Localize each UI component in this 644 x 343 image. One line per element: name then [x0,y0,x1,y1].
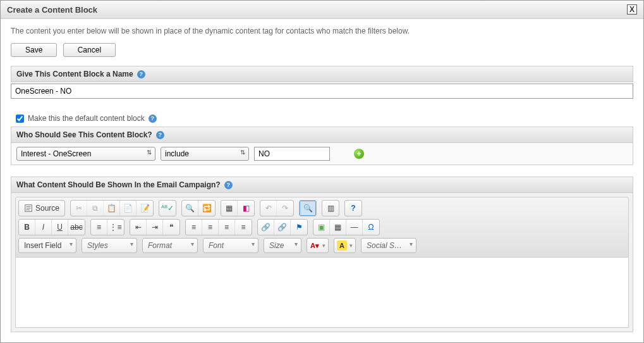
modal-header: Create a Content Block X [1,1,643,19]
templates-button[interactable]: ▥ [322,201,339,216]
tb-group-align: ≡ ≡ ≡ ≡ [185,219,252,235]
filter-value-input[interactable] [254,147,330,161]
align-justify-button[interactable]: ≡ [235,220,252,235]
chevron-down-icon: ▾ [349,242,353,249]
styles-combo[interactable]: Styles [82,238,137,253]
spacer [11,99,633,110]
numbered-list-button[interactable]: ≡ [91,220,107,235]
outdent-button[interactable]: ⇤ [130,220,147,235]
modal-create-content-block: Create a Content Block X The content you… [0,0,644,343]
source-label: Source [35,204,59,213]
paste-text-button[interactable]: 📄 [120,201,137,216]
editor-content-area[interactable] [15,258,629,328]
bg-color-combo[interactable]: A▾ [334,238,356,253]
name-input-wrap [11,82,633,99]
tb-group-spell: ᴬᴮ✓ [159,200,176,216]
add-filter-button[interactable]: + [354,149,364,159]
filter-op-select[interactable]: include [161,147,249,161]
image-button[interactable]: ▣ [313,220,330,235]
cancel-button[interactable]: Cancel [63,43,116,57]
select-all-button[interactable]: ▦ [221,201,238,216]
blockquote-button[interactable]: ❝ [163,220,179,235]
hr-button[interactable]: — [346,220,363,235]
align-left-button[interactable]: ≡ [186,220,202,235]
help-icon[interactable]: ? [137,70,145,78]
redo-button[interactable]: ↷ [277,201,293,216]
align-center-button[interactable]: ≡ [202,220,219,235]
insert-field-combo[interactable]: Insert Field [18,238,76,253]
block-name-input[interactable] [11,84,633,99]
text-color-icon: A▾ [310,240,320,251]
italic-button[interactable]: I [35,220,52,235]
close-button[interactable]: X [627,4,637,15]
button-row: Save Cancel [11,43,633,57]
social-combo[interactable]: Social S… [361,238,416,253]
section-content-header: What Content Should Be Shown In the Emai… [11,177,633,193]
default-checkbox[interactable] [16,115,24,123]
help-button[interactable]: ? [345,201,361,216]
replace-button[interactable]: 🔁 [198,201,215,216]
source-button[interactable]: Source [19,201,64,216]
tb-group-misc2: ▥ [322,200,339,216]
intro-text: The content you enter below will be show… [11,27,633,35]
copy-button[interactable]: ⧉ [87,201,104,216]
undo-button[interactable]: ↶ [260,201,277,216]
paste-word-button[interactable]: 📝 [137,201,153,216]
save-button[interactable]: Save [11,43,57,57]
link-button[interactable]: 🔗 [258,220,274,235]
editor-toolbar: Source ✂ ⧉ 📋 📄 📝 ᴬᴮ✓ 🔍 [15,197,629,258]
tb-group-insert: ▣ ▦ — Ω [313,219,380,235]
filter-op-wrap: include [161,147,249,161]
table-button[interactable]: ▦ [330,220,346,235]
bg-color-icon: A [337,240,347,251]
tb-group-source: Source [18,200,65,216]
section-audience-heading: Who Should See This Content Block? [16,130,152,139]
unlink-button[interactable]: 🔗 [274,220,291,235]
bullet-list-button[interactable]: ⋮≡ [107,220,124,235]
tb-group-link: 🔗 🔗 ⚑ [257,219,308,235]
modal-title: Create a Content Block [7,5,97,15]
spellcheck-button[interactable]: ᴬᴮ✓ [159,201,176,216]
tb-group-select: ▦ ◧ [221,200,255,216]
bold-button[interactable]: B [19,220,35,235]
tb-group-format: B I U abc [18,219,85,235]
toolbar-row-1: Source ✂ ⧉ 📋 📄 📝 ᴬᴮ✓ 🔍 [18,200,626,216]
indent-button[interactable]: ⇥ [147,220,163,235]
editor-wrap: Source ✂ ⧉ 📋 📄 📝 ᴬᴮ✓ 🔍 [11,193,633,332]
filter-field-select[interactable]: Interest - OneScreen [16,147,155,161]
section-name-heading: Give This Content Block a Name [16,70,133,78]
modal-body: The content you enter below will be show… [1,19,643,342]
size-combo[interactable]: Size [264,238,301,253]
text-color-combo[interactable]: A▾▾ [307,238,329,253]
tb-group-list: ≡ ⋮≡ [90,219,125,235]
help-icon[interactable]: ? [224,181,233,189]
align-right-button[interactable]: ≡ [219,220,235,235]
help-icon[interactable]: ? [156,131,164,139]
format-combo[interactable]: Format [142,238,198,253]
tb-group-misc1: 🔍 [299,200,317,216]
help-icon[interactable]: ? [149,115,157,123]
tb-group-undo: ↶ ↷ [260,200,294,216]
source-icon [24,204,33,213]
section-name-header: Give This Content Block a Name ? [11,66,633,82]
paste-button[interactable]: 📋 [104,201,120,216]
underline-button[interactable]: U [52,220,68,235]
special-char-button[interactable]: Ω [363,220,379,235]
anchor-button[interactable]: ⚑ [291,220,307,235]
remove-format-button[interactable]: ◧ [238,201,254,216]
section-audience-header: Who Should See This Content Block? ? [11,127,633,143]
cut-button[interactable]: ✂ [71,201,87,216]
spacer [11,165,633,177]
default-checkbox-row: Make this the default content block ? [11,110,633,127]
chevron-down-icon: ▾ [322,242,325,249]
show-blocks-button[interactable]: 🔍 [300,201,316,216]
default-checkbox-label: Make this the default content block [28,114,145,123]
tb-group-indent: ⇤ ⇥ ❝ [130,219,180,235]
strike-button[interactable]: abc [68,220,85,235]
toolbar-row-3: Insert Field Styles Format Font Size A▾▾… [18,238,626,253]
filter-row: Interest - OneScreen include + [11,143,633,165]
tb-group-find: 🔍 🔁 [181,200,216,216]
find-button[interactable]: 🔍 [182,201,198,216]
tb-group-clipboard: ✂ ⧉ 📋 📄 📝 [70,200,154,216]
font-combo[interactable]: Font [203,238,258,253]
